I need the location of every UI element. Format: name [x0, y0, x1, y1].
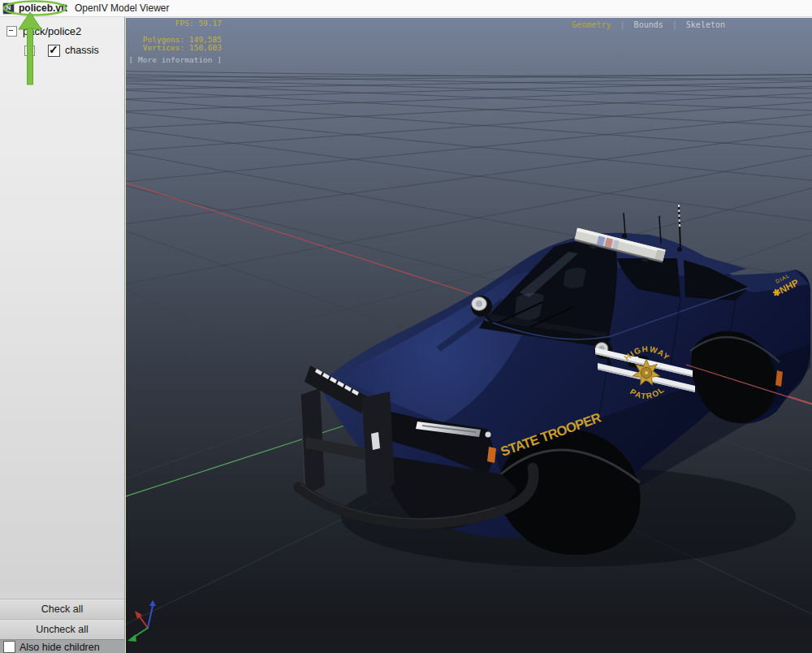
openiv-model-viewer-window: N policeb.yft OpenIV Model Viewer pack/p… — [0, 0, 812, 653]
chassis-checkbox[interactable]: ✓ — [48, 45, 60, 57]
view-mode-geometry[interactable]: Geometry — [572, 20, 611, 29]
menu-separator: | — [616, 20, 629, 29]
view-mode-skeleton[interactable]: Skeleton — [686, 20, 725, 29]
app-window-icon[interactable]: N — [2, 2, 15, 15]
collapse-expander-icon[interactable] — [6, 26, 17, 37]
check-all-button[interactable]: Check all — [0, 599, 124, 620]
model-viewport: STATE TROOPER HIGHWAY PATROL — [124, 16, 812, 653]
titlebar-filename: policeb.yft — [19, 2, 67, 14]
view-mode-menu: Geometry | Bounds | Skeleton — [572, 20, 725, 29]
also-hide-children-checkbox[interactable] — [3, 641, 15, 653]
fog-light — [486, 432, 491, 438]
interior-seat-right — [564, 267, 586, 288]
fps-counter: FPS: 59.17 — [175, 19, 222, 28]
checkmark-icon: ✓ — [49, 43, 58, 56]
titlebar: N policeb.yft OpenIV Model Viewer — [0, 0, 812, 17]
menu-separator: | — [668, 20, 681, 29]
tree-chassis-label: chassis — [65, 45, 99, 56]
vertices-counter: Vertices: 150,603 — [143, 44, 222, 52]
titlebar-app-name: OpenIV Model Viewer — [75, 2, 170, 14]
scene-3d-canvas[interactable]: STATE TROOPER HIGHWAY PATROL — [126, 18, 812, 653]
tree-root-label: pack/police2 — [23, 25, 81, 37]
more-information-link[interactable]: [ More information ] — [129, 56, 222, 64]
tree-item-chassis[interactable]: ✓ chassis — [0, 42, 99, 58]
view-mode-bounds[interactable]: Bounds — [634, 20, 663, 29]
uncheck-all-button[interactable]: Uncheck all — [0, 619, 124, 640]
world-y-axis-line — [126, 417, 369, 497]
expand-expander-icon[interactable] — [24, 45, 35, 56]
model-tree-sidebar: pack/police2 ✓ chassis Check all Uncheck… — [0, 16, 125, 653]
tree-item-root[interactable]: pack/police2 — [0, 23, 81, 39]
also-hide-children-row[interactable]: Also hide children — [0, 639, 124, 653]
also-hide-children-label: Also hide children — [19, 642, 100, 653]
